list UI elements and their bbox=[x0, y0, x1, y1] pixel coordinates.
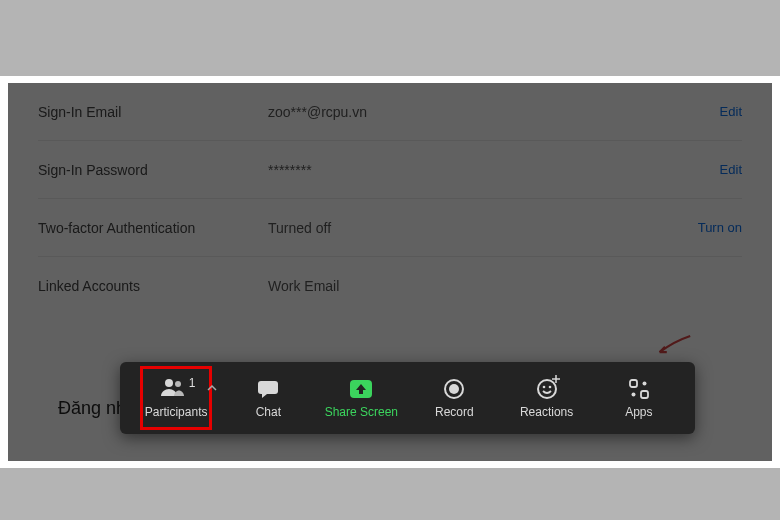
apps-button[interactable]: Apps bbox=[603, 362, 675, 434]
row-value: Turned off bbox=[268, 220, 698, 236]
participants-icon bbox=[159, 377, 187, 401]
svg-point-7 bbox=[542, 386, 545, 389]
svg-point-8 bbox=[548, 386, 551, 389]
settings-row-2fa: Two-factor Authentication Turned off Tur… bbox=[38, 199, 742, 257]
row-value: zoo***@rcpu.vn bbox=[268, 104, 720, 120]
screenshot-frame: Sign-In Email zoo***@rcpu.vn Edit Sign-I… bbox=[0, 76, 780, 468]
turn-on-link[interactable]: Turn on bbox=[698, 220, 742, 235]
svg-point-1 bbox=[175, 381, 181, 387]
svg-point-0 bbox=[165, 379, 173, 387]
row-label: Two-factor Authentication bbox=[38, 220, 268, 236]
share-screen-button[interactable]: Share Screen bbox=[325, 362, 398, 434]
reactions-label: Reactions bbox=[520, 405, 573, 419]
share-screen-label: Share Screen bbox=[325, 405, 398, 419]
row-label: Sign-In Password bbox=[38, 162, 268, 178]
settings-row-linked: Linked Accounts Work Email bbox=[38, 257, 742, 315]
share-screen-icon bbox=[348, 377, 374, 401]
svg-rect-9 bbox=[630, 380, 637, 387]
settings-row-email: Sign-In Email zoo***@rcpu.vn Edit bbox=[38, 83, 742, 141]
chat-label: Chat bbox=[256, 405, 281, 419]
svg-point-11 bbox=[642, 382, 646, 386]
record-button[interactable]: Record bbox=[418, 362, 490, 434]
chat-icon bbox=[256, 377, 280, 401]
reactions-icon bbox=[536, 377, 558, 401]
participants-label: Participants bbox=[145, 405, 208, 419]
zoom-meeting-toolbar: 1 Participants Chat Sh bbox=[120, 362, 695, 434]
reactions-button[interactable]: Reactions bbox=[511, 362, 583, 434]
participants-count: 1 bbox=[189, 376, 196, 390]
record-label: Record bbox=[435, 405, 474, 419]
edit-link[interactable]: Edit bbox=[720, 162, 742, 177]
svg-point-12 bbox=[631, 393, 635, 397]
apps-label: Apps bbox=[625, 405, 652, 419]
row-value: ******** bbox=[268, 162, 720, 178]
annotation-arrow-icon bbox=[656, 334, 692, 356]
record-icon bbox=[443, 377, 465, 401]
row-label: Linked Accounts bbox=[38, 278, 268, 294]
settings-row-password: Sign-In Password ******** Edit bbox=[38, 141, 742, 199]
apps-icon bbox=[628, 377, 650, 401]
chevron-up-icon[interactable] bbox=[207, 383, 217, 395]
svg-rect-2 bbox=[258, 381, 278, 394]
row-value: Work Email bbox=[268, 278, 742, 294]
svg-rect-10 bbox=[641, 391, 648, 398]
participants-button[interactable]: 1 Participants bbox=[140, 366, 212, 430]
svg-point-5 bbox=[449, 384, 459, 394]
chat-button[interactable]: Chat bbox=[232, 362, 304, 434]
row-label: Sign-In Email bbox=[38, 104, 268, 120]
edit-link[interactable]: Edit bbox=[720, 104, 742, 119]
